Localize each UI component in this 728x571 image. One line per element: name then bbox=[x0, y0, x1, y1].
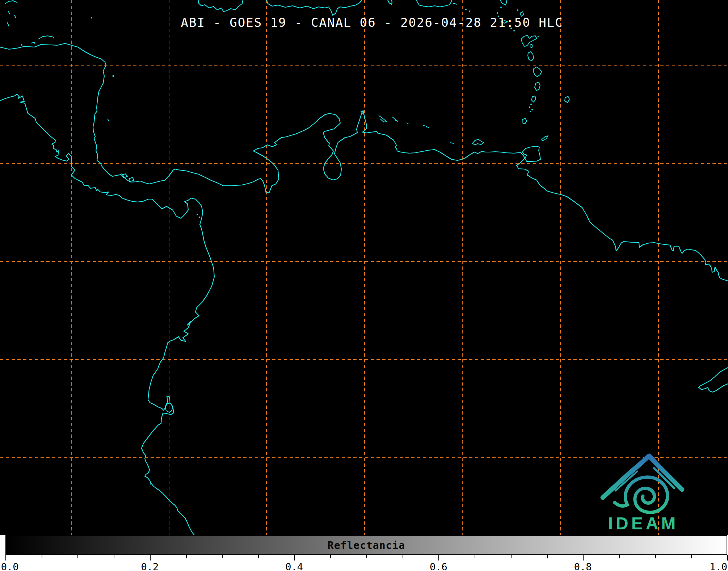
colorbar-minor-tick bbox=[547, 555, 548, 558]
colorbar-tick-label: 0.6 bbox=[430, 561, 447, 571]
island-puerto-rico bbox=[416, 0, 452, 7]
coast-fragment-top-left bbox=[8, 11, 10, 14]
colorbar-major-tick bbox=[583, 555, 584, 560]
colorbar-minor-tick bbox=[475, 555, 475, 558]
island-st-vincent bbox=[531, 96, 536, 102]
island-tobago bbox=[542, 136, 548, 141]
island-marie-galante bbox=[530, 45, 533, 47]
island-dot-utila bbox=[21, 44, 22, 46]
island-dot-los-roques bbox=[428, 127, 429, 128]
colorbar-minor-tick bbox=[691, 555, 692, 558]
colorbar-minor-tick bbox=[258, 555, 259, 558]
colorbar-major-tick bbox=[5, 555, 6, 560]
coastline-caribbean-south-america bbox=[0, 43, 728, 281]
colorbar-gradient: Reflectancia bbox=[5, 535, 727, 555]
island-martinique bbox=[533, 67, 542, 77]
island-dot-grenadines bbox=[531, 109, 533, 110]
island-dot bbox=[513, 30, 515, 32]
colorbar-tick-label: 0.0 bbox=[1, 561, 19, 571]
island-san-andres bbox=[108, 119, 109, 121]
island-bonaire bbox=[392, 117, 398, 121]
colorbar-label: Reflectancia bbox=[328, 539, 405, 551]
colorbar-minor-tick bbox=[366, 555, 367, 558]
island-barbados bbox=[565, 96, 569, 102]
island-puerto-rico-west bbox=[388, 0, 392, 4]
colorbar-tick-label: 0.8 bbox=[574, 561, 592, 571]
colorbar-tick-label: 0.2 bbox=[141, 561, 159, 571]
coast-fragment-top-left bbox=[14, 15, 16, 18]
colorbar-minor-tick bbox=[114, 555, 114, 558]
island-dot bbox=[500, 7, 502, 8]
island-hispaniola bbox=[266, 0, 362, 15]
colorbar-major-tick bbox=[438, 555, 439, 560]
colorbar-region: Reflectancia 0.00.20.40.60.81.0 bbox=[0, 535, 728, 571]
map-title: ABI - GOES 19 - CANAL 06 - 2026-04-28 21… bbox=[181, 15, 563, 30]
island-vieques bbox=[453, 3, 457, 4]
island-fragment-top-right bbox=[500, 0, 507, 5]
map-graphics: IDEAM bbox=[0, 0, 728, 535]
island-dot-grenadines bbox=[529, 106, 530, 108]
island-bocas bbox=[129, 177, 134, 181]
colorbar-minor-tick bbox=[77, 555, 78, 558]
colorbar-minor-tick bbox=[403, 555, 403, 558]
coast-fragment-top-left bbox=[7, 22, 9, 26]
island-curacao bbox=[379, 116, 387, 122]
colorbar-major-tick bbox=[150, 555, 151, 560]
island-dot bbox=[469, 11, 470, 12]
island-dot bbox=[517, 9, 518, 11]
island-dot-pearl bbox=[199, 217, 200, 218]
island-paita-dash bbox=[151, 482, 151, 485]
island-la-tortuga bbox=[450, 143, 454, 143]
island-roatan bbox=[38, 36, 54, 39]
colorbar-minor-tick bbox=[186, 555, 187, 558]
coastlines bbox=[0, 0, 728, 535]
island-dot bbox=[465, 9, 467, 10]
satellite-map-canvas: IDEAM ABI - GOES 19 - CANAL 06 - 2026-04… bbox=[0, 0, 728, 535]
colorbar-tick-label: 0.4 bbox=[285, 561, 303, 571]
island-margarita bbox=[472, 139, 484, 145]
latlon-gridlines bbox=[0, 0, 728, 535]
island-guadeloupe bbox=[521, 35, 536, 46]
island-dot-providencia bbox=[113, 75, 114, 77]
island-las-aves bbox=[407, 123, 408, 124]
colorbar-minor-tick bbox=[511, 555, 512, 558]
coast-fragment-top-left bbox=[5, 1, 17, 4]
colorbar-major-tick bbox=[294, 555, 295, 560]
colorbar-minor-tick bbox=[330, 555, 331, 558]
colorbar-tick-label: 1.0 bbox=[710, 561, 727, 571]
coastline-pacific bbox=[0, 94, 214, 535]
island-dot-grenadines bbox=[530, 111, 531, 112]
island-dot-swan bbox=[91, 17, 92, 18]
island-trinidad bbox=[522, 146, 540, 161]
colorbar-minor-tick bbox=[42, 555, 42, 558]
island-dot-los-roques bbox=[423, 125, 425, 126]
island-dot bbox=[497, 12, 498, 14]
island-jamaica bbox=[198, 0, 243, 12]
island-guanaja bbox=[31, 42, 35, 44]
island-st-lucia bbox=[535, 82, 540, 91]
ideam-logo-text: IDEAM bbox=[608, 514, 679, 533]
island-desirade bbox=[536, 37, 539, 37]
island-dot-grenadines bbox=[530, 104, 532, 105]
island-dot-los-roques bbox=[426, 126, 427, 127]
colorbar-minor-tick bbox=[619, 555, 620, 558]
coastline-bottom-right bbox=[699, 368, 728, 392]
island-dot-pearl bbox=[197, 214, 198, 215]
island-grenada bbox=[522, 118, 527, 124]
ideam-logo: IDEAM bbox=[603, 456, 682, 533]
island-dominica bbox=[528, 52, 534, 61]
colorbar-minor-tick bbox=[655, 555, 656, 558]
colorbar-minor-tick bbox=[222, 555, 223, 558]
